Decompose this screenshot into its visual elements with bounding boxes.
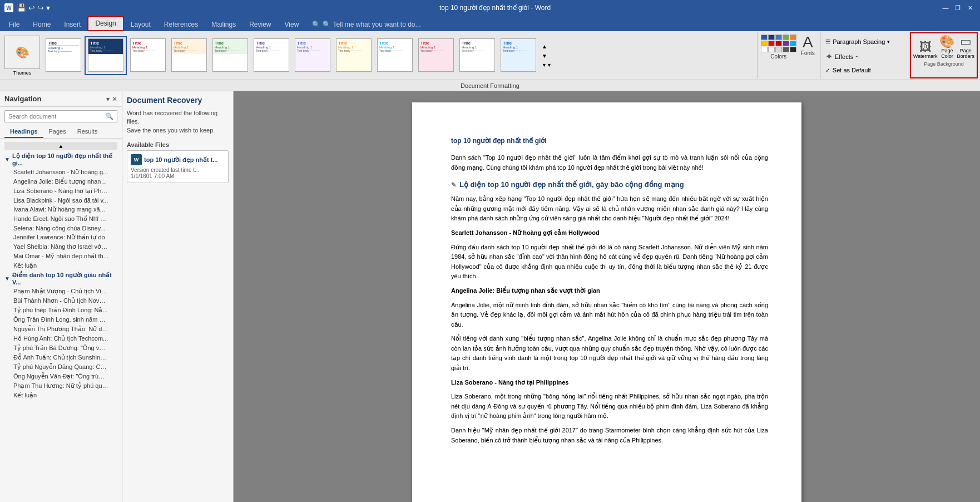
tab-file[interactable]: File	[2, 18, 26, 31]
tab-insert[interactable]: Insert	[57, 18, 87, 31]
tab-mailings[interactable]: Mailings	[205, 18, 242, 31]
doc-intro: Danh sách "Top 10 người đẹp nhất thế giớ…	[451, 153, 768, 173]
effects-label: Effects	[835, 53, 853, 60]
recovery-file-name: top 10 người đẹp nhất t...	[144, 156, 217, 164]
set-as-default-row[interactable]: ✓ Set as Default	[825, 67, 905, 74]
doc-bold-heading1: Scarlett Johansson - Nữ hoàng gợi cảm Ho…	[451, 228, 768, 238]
search-input[interactable]	[5, 111, 102, 121]
theme-item-8[interactable]: Title Heading 1 Text body ————	[334, 37, 374, 74]
tab-references[interactable]: References	[157, 18, 205, 31]
nav-item-scarlett[interactable]: Scarlett Johansson - Nữ hoàng g...	[0, 168, 122, 177]
page-color-icon: 🎨	[939, 36, 954, 48]
page-borders-button[interactable]: ▭ Page Borders	[957, 36, 974, 59]
paragraph-spacing-row[interactable]: ≡ Paragraph Spacing ▾	[825, 37, 905, 47]
pencil-icon: ✎	[451, 180, 456, 190]
theme-more[interactable]: ▼▼	[541, 61, 553, 69]
nav-item-ivana[interactable]: Ivana Alawi: Nữ hoàng mang xã...	[0, 205, 122, 214]
nav-item-tranbadhuong[interactable]: Tỷ phú Trần Bá Dương: "Ông vua...	[0, 343, 122, 353]
watermark-button[interactable]: 🖼 Watermark	[913, 41, 938, 59]
nav-item-phamthuhuong[interactable]: Phạm Thu Hương: Nữ tỷ phú quy...	[0, 381, 122, 391]
nav-heading1-top10dep[interactable]: ▼ Lộ diện top 10 người đẹp nhất thế gi..…	[0, 151, 122, 168]
nav-item-angelina[interactable]: Angelina Jolie: Biểu tượng nhan s...	[0, 177, 122, 186]
watermark-icon: 🖼	[919, 41, 932, 53]
nav-item-phamatnhat[interactable]: Phạm Nhật Vượng - Chủ tịch Vin...	[0, 287, 122, 296]
page-borders-label: Page Borders	[957, 48, 974, 59]
theme-item-10[interactable]: Title Heading 1 Text body ————	[416, 37, 456, 74]
nav-item-selena[interactable]: Selena: Nàng công chúa Disney...	[0, 224, 122, 233]
nav-item-hohunganh[interactable]: Hồ Hùng Anh: Chủ tịch Techcom...	[0, 334, 122, 343]
tab-review[interactable]: Review	[242, 18, 278, 31]
theme-item-4[interactable]: Title Heading 1 Text body ————	[169, 37, 209, 74]
nav-item-lisa[interactable]: Lisa Blackpink - Ngôi sao đã tài v...	[0, 196, 122, 205]
nav-item-buithanhnhon[interactable]: Bùi Thành Nhơn - Chủ tịch Noval...	[0, 296, 122, 306]
restore-button[interactable]: ❐	[952, 2, 963, 13]
tab-layout[interactable]: Layout	[124, 18, 157, 31]
nav-item-jennifer[interactable]: Jennifer Lawrence: Nữ thần tự do	[0, 233, 122, 242]
tab-results[interactable]: Results	[72, 126, 103, 138]
theme-scroll-up[interactable]: ▲	[541, 42, 553, 51]
nav-item-trandinlong2[interactable]: Ông Trần Đình Long, sinh năm 19...	[0, 315, 122, 324]
minimize-button[interactable]: —	[940, 2, 951, 13]
theme-item-6[interactable]: Title Heading 1 Text body ————	[251, 37, 291, 74]
theme-scroll-down[interactable]: ▼	[541, 52, 553, 60]
colors-button[interactable]: Colors	[761, 35, 796, 60]
theme-item-5[interactable]: Title Heading 1 Text body ————	[210, 37, 250, 74]
para-spacing-arrow: ▾	[887, 39, 890, 45]
nav-item-ketluan2[interactable]: Kết luận	[0, 391, 122, 400]
nav-close-button[interactable]: ✕	[112, 95, 117, 103]
customize-icon[interactable]: ▾	[46, 3, 50, 12]
colors-label: Colors	[770, 53, 786, 60]
nav-heading1-top10giau[interactable]: ▼ Điểm danh top 10 người giàu nhất V...	[0, 270, 122, 287]
doc-page: top 10 người đẹp nhất thế giới Danh sách…	[412, 102, 801, 502]
theme-item-2[interactable]: Title Heading 1 Text body ————	[85, 36, 127, 75]
para-spacing-group: ≡ Paragraph Spacing ▾ ✦ Effects ~ ✓ Set …	[821, 32, 910, 78]
nav-collapse-button[interactable]: ▲	[4, 142, 117, 150]
theme-item-3[interactable]: Title Heading 1 Text body ————	[128, 37, 168, 74]
nav-item-nguyendangquang[interactable]: Tỷ phú Nguyễn Đăng Quang: Ch...	[0, 362, 122, 372]
ribbon: 🎨 Themes Title Heading 1 Text body ———— …	[0, 31, 980, 80]
paragraph-spacing-label: Paragraph Spacing	[833, 38, 885, 45]
document-recovery-pane: Document Recovery Word has recovered the…	[122, 91, 234, 502]
window-title: top 10 người đẹp nhất thế giới - Word	[439, 4, 551, 12]
nav-drop-button[interactable]: ▾	[106, 95, 110, 103]
arrow-icon: ▼	[4, 156, 10, 163]
tab-headings[interactable]: Headings	[4, 126, 43, 138]
theme-item-12[interactable]: Title Heading 1 Text body ————	[498, 37, 538, 74]
undo-icon[interactable]: ↩	[28, 3, 35, 12]
nav-item-trandinlong[interactable]: Tỷ phú thép Trần Đình Long: Nắ...	[0, 306, 122, 315]
recovery-file-item[interactable]: W top 10 người đẹp nhất t... Version cre…	[127, 150, 229, 183]
theme-item-11[interactable]: Title Heading 1 Text body ————	[457, 37, 497, 74]
tab-home[interactable]: Home	[26, 18, 57, 31]
nav-item-yael[interactable]: Yael Shelbia: Nàng thơ Israel với v...	[0, 242, 122, 252]
main-layout: Navigation ▾ ✕ 🔍 Headings Pages Results …	[0, 91, 980, 502]
search-button[interactable]: 🔍	[102, 111, 117, 122]
doc-area[interactable]: top 10 người đẹp nhất thế giới Danh sách…	[234, 91, 980, 502]
effects-row[interactable]: ✦ Effects ~	[825, 51, 905, 62]
theme-item-1[interactable]: Title Heading 1 Text body ————	[43, 37, 83, 74]
theme-item-7[interactable]: Title Heading 1 Text body ————	[293, 37, 333, 74]
redo-icon[interactable]: ↪	[37, 3, 44, 12]
nav-item-nguyenphuongthao[interactable]: Nguyễn Thị Phương Thảo: Nữ dỏ...	[0, 324, 122, 334]
fonts-label: Fonts	[801, 50, 815, 56]
fonts-button[interactable]: A Fonts	[799, 35, 817, 56]
tell-me-input[interactable]: 🔍 🔍 Tell me what you want to do...	[305, 18, 427, 31]
nav-item-nguyenvandat[interactable]: Ông Nguyễn Văn Đạt: "Ông trùm...	[0, 372, 122, 381]
effects-arrow: ~	[855, 54, 858, 60]
close-button[interactable]: ✕	[964, 2, 976, 13]
tab-view[interactable]: View	[278, 18, 306, 31]
tab-design[interactable]: Design	[87, 16, 123, 31]
nav-item-liza[interactable]: Liza Soberano - Nàng thơ tại Phil...	[0, 186, 122, 196]
window-controls: — ❐ ✕	[940, 2, 976, 13]
recovery-title: Document Recovery	[127, 96, 229, 105]
nav-item-hande[interactable]: Hande Ercel: Ngôi sao Thổ Nhĩ K...	[0, 214, 122, 224]
nav-item-maiomar[interactable]: Mai Omar - Mỹ nhân đẹp nhất th...	[0, 252, 122, 261]
tab-pages[interactable]: Pages	[43, 126, 72, 138]
nav-item-ketluan1[interactable]: Kết luận	[0, 261, 122, 270]
nav-heading1-top10dep-label: Lộ diện top 10 người đẹp nhất thế gi...	[12, 152, 117, 166]
recovery-file-date: 1/1/1601 7:00 AM	[131, 173, 225, 179]
theme-item-9[interactable]: Title Heading 1 Text body ————	[375, 37, 415, 74]
nav-item-doanhtuan[interactable]: Đỗ Anh Tuấn: Chủ tịch Sunshine...	[0, 353, 122, 362]
save-icon[interactable]: 💾	[17, 3, 26, 12]
page-color-button[interactable]: 🎨 Page Color	[939, 36, 954, 59]
themes-button[interactable]: 🎨 Themes	[2, 35, 42, 77]
